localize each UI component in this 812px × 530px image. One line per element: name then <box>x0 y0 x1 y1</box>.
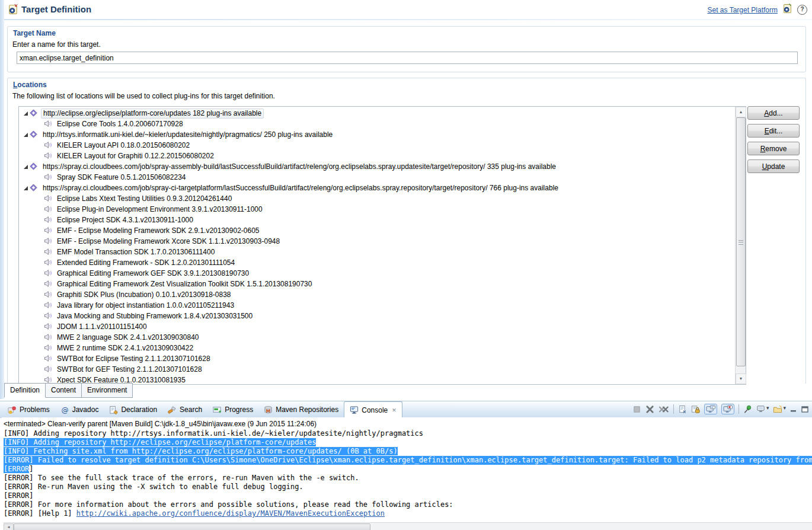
target-name-section-title: Target Name <box>13 29 56 37</box>
feature-icon <box>44 355 52 363</box>
tree-feature-row[interactable]: Graphiti SDK Plus (Incubation) 0.10.1.v2… <box>19 289 735 300</box>
tree-feature-label: Extended Editing Framework - SDK 1.2.0.2… <box>55 258 236 267</box>
editor-tab-content[interactable]: Content <box>46 383 82 398</box>
set-as-target-platform-link[interactable]: Set as Target Platform <box>708 6 778 14</box>
help-icon[interactable]: ? <box>797 5 807 15</box>
scroll-up-icon[interactable]: ▲ <box>736 107 746 117</box>
tree-site-row[interactable]: http://eclipse.org/eclipse/platform-core… <box>19 108 735 119</box>
tree-site-row[interactable]: https://spray.ci.cloudbees.com/job/spray… <box>19 161 735 172</box>
console-icon <box>350 406 359 414</box>
dropdown-arrow-icon[interactable]: ▾ <box>766 405 769 413</box>
view-tab-declaration[interactable]: Declaration <box>104 402 162 417</box>
tree-site-label: https://spray.ci.cloudbees.com/job/spray… <box>41 162 558 171</box>
view-tab-progress[interactable]: Progress <box>207 402 258 417</box>
tree-feature-row[interactable]: JDOM 1.1.1.v201101151400 <box>19 321 735 332</box>
tree-feature-row[interactable]: Extended Editing Framework - SDK 1.2.0.2… <box>19 257 735 268</box>
tree-feature-label: Spray SDK Feature 0.5.1.201506082234 <box>55 173 188 182</box>
maximize-icon[interactable] <box>801 406 808 413</box>
tree-feature-label: Java library for object instantiation 1.… <box>55 301 236 310</box>
open-console-icon[interactable]: ▾ <box>773 405 786 413</box>
tree-feature-row[interactable]: Java Mocking and Stubbing Framework 1.8.… <box>19 311 735 321</box>
console-hyperlink[interactable]: http://cwiki.apache.org/confluence/displ… <box>76 509 385 518</box>
tree-feature-row[interactable]: KIELER Layout API 0.18.0.201506080202 <box>19 140 735 151</box>
tree-site-row[interactable]: http://rtsys.informatik.uni-kiel.de/~kie… <box>19 129 735 140</box>
tree-feature-row[interactable]: SWTBot for GEF Testing 2.1.1.20130710162… <box>19 364 735 375</box>
feature-icon <box>44 120 52 128</box>
console-toolbar: ▾▾ <box>632 404 808 414</box>
remove-all-terminated-icon[interactable] <box>658 405 669 414</box>
dropdown-arrow-icon[interactable]: ▾ <box>783 405 786 413</box>
tree-feature-row[interactable]: Eclipse Project SDK 4.3.1.v20130911-1000 <box>19 215 735 225</box>
tree-feature-label: KIELER Layout API 0.18.0.201506080202 <box>55 141 191 150</box>
add-button[interactable]: Add... <box>747 106 800 120</box>
editor-tab-definition[interactable]: Definition <box>4 383 46 398</box>
remove-button[interactable]: Remove <box>747 142 800 155</box>
tree-feature-label: JDOM 1.1.1.v201101151400 <box>55 323 149 331</box>
target-name-input[interactable] <box>17 52 798 64</box>
expander-icon[interactable] <box>24 111 28 116</box>
show-stdout-icon[interactable] <box>704 404 717 414</box>
scroll-down-icon[interactable]: ▼ <box>736 373 746 384</box>
problems-icon <box>8 406 17 414</box>
console-output[interactable]: [INFO] Adding repository http://rtsys.in… <box>2 429 812 518</box>
view-tab-label: Problems <box>20 406 50 414</box>
scroll-lock-icon[interactable] <box>691 405 700 414</box>
tree-feature-row[interactable]: SWTBot for Eclipse Testing 2.1.1.2013071… <box>19 353 735 364</box>
tree-feature-row[interactable]: Eclipse Labs Xtext Testing Utilities 0.9… <box>19 193 735 204</box>
tree-feature-row[interactable]: Spray SDK Feature 0.5.1.201506082234 <box>19 172 735 183</box>
tree-feature-row[interactable]: Eclipse Core Tools 1.4.0.200607170928 <box>19 119 735 129</box>
show-stderr-icon[interactable] <box>721 404 734 414</box>
view-tab-javadoc[interactable]: @Javadoc <box>55 402 104 417</box>
feature-icon <box>44 301 52 309</box>
remove-launch-icon[interactable] <box>645 405 654 414</box>
svg-text:@: @ <box>61 406 68 414</box>
maven-repositories-icon: M <box>264 406 273 414</box>
page-title: Target Definition <box>21 4 91 14</box>
scrollbar-thumb[interactable] <box>14 523 370 530</box>
minimize-icon[interactable] <box>790 406 797 413</box>
console-line: [ERROR] Re-run Maven using the -X switch… <box>4 483 812 491</box>
display-console-icon[interactable]: ▾ <box>756 405 769 413</box>
tree-site-row[interactable]: https://spray.ci.cloudbees.com/job/spray… <box>19 183 735 193</box>
tree-feature-label: SWTBot for Eclipse Testing 2.1.1.2013071… <box>55 355 212 363</box>
tree-feature-row[interactable]: Graphical Editing Framework GEF SDK 3.9.… <box>19 268 735 279</box>
expander-icon[interactable] <box>24 186 28 190</box>
scrollbar-thumb[interactable] <box>736 117 746 366</box>
tree-feature-row[interactable]: EMF Model Transaction SDK 1.7.0.20130611… <box>19 247 735 257</box>
view-tab-maven-repositories[interactable]: MMaven Repositories <box>258 402 344 417</box>
edit-button[interactable]: Edit... <box>747 124 800 138</box>
tree-feature-row[interactable]: Eclipse Plug-in Development Environment … <box>19 204 735 215</box>
target-name-section: Target Name Enter a name for this target… <box>7 26 806 72</box>
tree-feature-row[interactable]: Graphical Editing Framework Zest Visuali… <box>19 279 735 289</box>
close-icon[interactable]: ✕ <box>392 407 397 413</box>
set-target-platform-icon[interactable] <box>782 4 792 16</box>
console-horizontal-scrollbar[interactable]: ◄ <box>4 522 812 530</box>
tree-site-label: http://eclipse.org/eclipse/platform-core… <box>41 108 264 119</box>
tree-feature-row[interactable]: EMF - Eclipse Modeling Framework SDK 2.9… <box>19 225 735 236</box>
update-button[interactable]: Update <box>747 159 800 173</box>
console-line: [ERROR] For more information about the e… <box>4 500 812 509</box>
target-name-description: Enter a name for this target. <box>12 40 101 49</box>
tree-feature-row[interactable]: Java library for object instantiation 1.… <box>19 300 735 311</box>
view-tab-search[interactable]: Search <box>162 402 207 417</box>
tree-vertical-scrollbar[interactable]: ▲ ▼ <box>735 107 746 384</box>
scroll-left-icon[interactable]: ◄ <box>4 523 14 530</box>
tree-feature-row[interactable]: EMF - Eclipse Modeling Framework Xcore S… <box>19 236 735 247</box>
tree-feature-label: SWTBot for GEF Testing 2.1.1.20130710162… <box>55 365 204 374</box>
tree-feature-row[interactable]: MWE 2 language SDK 2.4.1.v201309030840 <box>19 332 735 343</box>
expander-icon[interactable] <box>24 133 28 137</box>
declaration-icon <box>109 406 118 414</box>
locations-tree[interactable]: http://eclipse.org/eclipse/platform-core… <box>19 107 735 384</box>
tree-feature-row[interactable]: MWE 2 runtime SDK 2.4.1.v201309030422 <box>19 343 735 353</box>
editor-tab-environment[interactable]: Environment <box>82 383 133 398</box>
tree-feature-label: Graphical Editing Framework GEF SDK 3.9.… <box>55 269 251 278</box>
terminate-icon[interactable] <box>632 405 641 414</box>
view-tab-console[interactable]: Console✕ <box>344 401 402 418</box>
pin-console-icon[interactable] <box>743 405 752 414</box>
tree-feature-label: Eclipse Core Tools 1.4.0.200607170928 <box>55 120 185 129</box>
tree-feature-row[interactable]: KIELER Layout for Graphiti 0.12.2.201506… <box>19 151 735 161</box>
view-tab-problems[interactable]: Problems <box>2 402 55 417</box>
editor-tab-bar: DefinitionContentEnvironment <box>4 383 133 398</box>
expander-icon[interactable] <box>24 165 28 169</box>
clear-console-icon[interactable] <box>678 405 687 414</box>
